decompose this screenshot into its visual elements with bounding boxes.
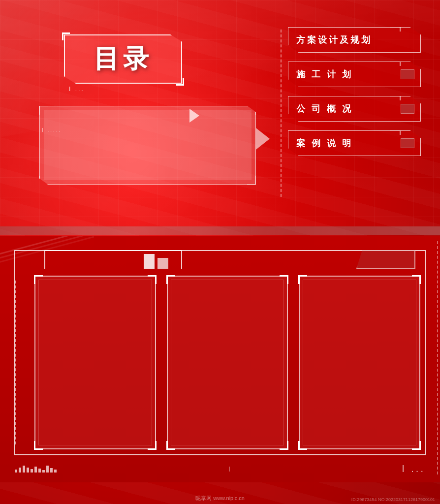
footer-bar-4 (27, 468, 29, 472)
vertical-dotted-separator (281, 30, 282, 197)
pb2-corner-br (280, 441, 288, 450)
bottom-footer: I I ... (0, 455, 440, 482)
content-box (39, 106, 256, 185)
footer-bar-3 (23, 466, 25, 472)
pb3-corner-bl (298, 441, 307, 450)
footer-bar-1 (15, 470, 17, 472)
menu-item-3[interactable]: 公 司 概 况 (288, 96, 421, 122)
bottom-frame-top (44, 250, 182, 269)
pb1-corner-tr (148, 275, 157, 284)
pb2-corner-bl (166, 441, 175, 450)
stripe-bar-1 (144, 254, 155, 269)
menu-item-2[interactable]: 施 工 计 划 (288, 62, 421, 87)
footer-bar-2 (19, 468, 21, 472)
menu-item-label-2: 施 工 计 划 (296, 68, 401, 80)
title-corner-tl (62, 32, 70, 40)
menu-item-badge-3 (401, 104, 414, 114)
pb3-corner-tl (298, 275, 307, 284)
pb2-corner-tr (280, 275, 288, 284)
pb3-corner-br (412, 441, 421, 450)
pb1-corner-br (148, 441, 157, 450)
dashed-left-border (15, 281, 16, 444)
placeholder-box-1 (34, 276, 156, 449)
content-dots: I ..... (42, 127, 62, 133)
menu-item-label-4: 案 例 说 明 (296, 137, 401, 149)
placeholders-row (34, 276, 420, 449)
menu-item-1[interactable]: 方案设计及规划 (288, 27, 421, 53)
menu-item-badge-4 (401, 138, 414, 148)
pb1-corner-bl (34, 441, 43, 450)
menu-item-badge-2 (401, 69, 414, 79)
footer-bar-6 (34, 467, 37, 472)
placeholder-box-2 (167, 276, 288, 449)
footer-bar-7 (38, 469, 41, 472)
content-box-corner-br (247, 176, 257, 186)
menu-item-4[interactable]: 案 例 说 明 (288, 130, 421, 156)
content-box-corner-tr (247, 105, 257, 115)
footer-bars (15, 466, 57, 472)
id-text: ID:29673454 NO:20220317112617900101 (351, 497, 435, 502)
footer-bar-11 (54, 470, 57, 472)
footer-separator: I (228, 465, 230, 473)
placeholder-box-3 (299, 276, 420, 449)
footer-bar-9 (46, 466, 49, 472)
stripe-decoration (144, 250, 168, 269)
menu-items: 方案设计及规划 施 工 计 划 公 司 概 况 案 例 说 明 (288, 27, 421, 156)
footer-ellipsis: I ... (402, 463, 425, 474)
stripe-bar-2 (157, 258, 168, 269)
footer-bar-10 (50, 468, 53, 472)
pb1-corner-tl (34, 275, 43, 284)
top-section: 目录 I ... 方案设计及规划 施 工 计 划 公 司 概 况 案 例 说 明 (0, 0, 440, 231)
menu-item-label-3: 公 司 概 况 (296, 103, 401, 115)
right-dashed-border (437, 241, 438, 474)
title-corner-br (176, 78, 184, 86)
menu-item-label-1: 方案设计及规划 (296, 34, 416, 46)
footer-dots (15, 466, 57, 472)
bottom-frame (14, 250, 426, 455)
tech-notch (356, 250, 415, 269)
pb3-corner-tr (412, 275, 421, 284)
content-box-corner-tl (38, 105, 48, 115)
footer-bar-5 (31, 469, 33, 472)
footer-bar-8 (42, 470, 45, 472)
title-box: 目录 I ... (64, 34, 182, 84)
content-box-corner-bl (38, 176, 48, 186)
bottom-section: I I ... (0, 236, 440, 482)
title-text: 目录 (94, 42, 153, 76)
title-dots: I ... (69, 86, 85, 93)
content-arrow (256, 128, 270, 150)
pb2-corner-tl (166, 275, 175, 284)
content-box-inner (44, 110, 251, 180)
